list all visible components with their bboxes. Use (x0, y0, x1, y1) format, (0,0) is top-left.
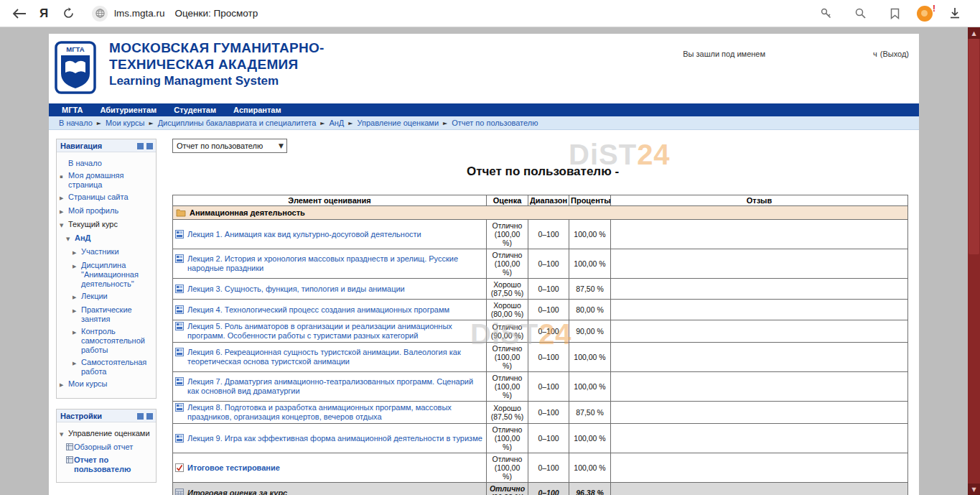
refresh-icon[interactable] (56, 4, 80, 24)
breadcrumb-user-report: Отчет по пользователю (452, 119, 538, 127)
lesson-icon (175, 322, 184, 330)
grade-percent: (100,00 %) (489, 259, 526, 277)
academy-title-line1: МОСКОВСКАЯ ГУМАНИТАРНО- (109, 40, 325, 56)
mgta-logo[interactable]: МГТА (55, 41, 96, 97)
extension-icon[interactable]: ! (917, 6, 933, 22)
percent-value: 87,50 % (569, 402, 611, 424)
grade-item-link[interactable]: Итоговое тестирование (187, 463, 280, 473)
lesson-icon (175, 377, 184, 386)
report-select[interactable]: Отчет по пользователю ▼ (172, 139, 287, 153)
search-icon[interactable] (848, 4, 872, 24)
breadcrumb-my-courses[interactable]: Мои курсы (106, 119, 144, 127)
back-icon[interactable] (7, 4, 32, 24)
chevron-down-icon: ▼ (60, 429, 68, 440)
percent-value: 100,00 % (569, 343, 611, 372)
url-text: lms.mgta.ru (114, 8, 165, 19)
grade-item-link[interactable]: Лекция 3. Сущность, функция, типология и… (187, 284, 405, 294)
navbar-item-mgta[interactable]: МГТА (62, 106, 83, 114)
settings-item-user-report[interactable]: Отчет по пользователю (66, 455, 154, 474)
scroll-down-button[interactable]: ▼ (968, 484, 980, 495)
sidebar-item-independent-work[interactable]: ▶ Самостоятельная работа (73, 358, 154, 376)
settings-block: Настройки ▼ Управление оценками (56, 409, 157, 483)
grade-value: Отлично (489, 251, 526, 259)
category-label: Анимационная деятельность (190, 208, 305, 217)
sidebar-item-my-courses[interactable]: ▶ Мои курсы (60, 379, 154, 390)
grade-percent: (100,00 %) (489, 353, 526, 370)
collapse-block-icon[interactable] (137, 413, 144, 420)
range-value: 0–100 (528, 279, 569, 300)
grade-item-link[interactable]: Лекция 1. Анимация как вид культурно-дос… (187, 230, 421, 239)
address-bar[interactable]: lms.mgta.ru Оценки: Просмотр (92, 6, 258, 22)
globe-icon (92, 6, 108, 22)
grade-value: Хорошо (489, 301, 526, 310)
yandex-icon[interactable]: Я (32, 4, 56, 24)
scrollbar-track[interactable] (968, 39, 980, 484)
collapse-block-icon[interactable] (137, 143, 144, 149)
grade-percent: (100,00 %) (489, 230, 526, 247)
grade-percent: (87,50 %) (489, 289, 526, 297)
grade-percent: (100,00 %) (489, 434, 526, 451)
breadcrumb-grade-admin[interactable]: Управление оценками (357, 119, 439, 127)
grade-item-link[interactable]: Лекция 4. Технологический процесс создан… (187, 305, 449, 315)
grade-item-link[interactable]: Лекция 9. Игра как эффективная форма ани… (187, 434, 482, 443)
sidebar-item-home[interactable]: В начало (60, 159, 154, 168)
navbar-item-abiturientam[interactable]: Абитуриентам (100, 106, 157, 114)
chevron-right-icon: ▶ (73, 292, 81, 302)
table-row: Лекция 1. Анимация как вид культурно-дос… (173, 220, 908, 249)
sidebar-item-practical[interactable]: ▶ Практические занятия (73, 305, 154, 324)
grade-item-link[interactable]: Лекция 7. Драматургия анимационно-театра… (187, 377, 484, 396)
range-value: 0–100 (528, 249, 569, 279)
key-icon[interactable] (813, 4, 838, 24)
sidebar-item-discipline[interactable]: ▶ Дисциплина "Анимационная деятельность" (73, 261, 154, 289)
feedback-cell (611, 320, 908, 343)
navbar-item-studentam[interactable]: Студентам (174, 106, 216, 114)
grade-value: Отлично (489, 344, 526, 353)
settings-item-grade-admin[interactable]: ▼ Управление оценками (60, 429, 154, 440)
navigation-block-title: Навигация (60, 142, 134, 150)
sidebar-item-current-course[interactable]: ▼ Текущий курс (60, 220, 154, 231)
feedback-cell (611, 424, 908, 453)
dock-block-icon[interactable] (146, 143, 153, 149)
report-icon (66, 443, 74, 453)
academy-title: МОСКОВСКАЯ ГУМАНИТАРНО- ТЕХНИЧЕСКАЯ АКАД… (109, 40, 325, 89)
lms-subtitle: Learning Managment System (109, 73, 325, 89)
column-header-grade: Оценка (487, 195, 528, 206)
quiz-icon (175, 463, 184, 472)
column-header-range: Диапазон (528, 195, 569, 206)
breadcrumb-home[interactable]: В начало (59, 119, 93, 127)
chevron-right-icon: ▶ (73, 358, 81, 376)
chevron-right-icon: ▶ (60, 206, 68, 217)
sidebar-item-participants[interactable]: ▶ Участники (73, 247, 154, 258)
site-container: МГТА МОСКОВСКАЯ ГУМАНИТАРНО- ТЕХНИЧЕСКАЯ… (49, 34, 919, 495)
grade-item-link[interactable]: Лекция 6. Рекреационная сущность туристс… (187, 348, 484, 366)
sidebar-item-lectures[interactable]: ▶ Лекции (73, 292, 154, 302)
feedback-cell (611, 402, 908, 424)
scroll-up-button[interactable]: ▲ (968, 27, 980, 39)
navbar-item-aspirantam[interactable]: Аспирантам (233, 106, 281, 114)
settings-item-overview-report[interactable]: Обзорный отчет (66, 443, 154, 453)
grade-item-link[interactable]: Лекция 8. Подготовка и разработка анимац… (187, 403, 484, 422)
grade-item-link[interactable]: Лекция 2. История и хронология массовых … (187, 254, 484, 273)
tab-title: Оценки: Просмотр (175, 8, 258, 19)
grade-item-link[interactable]: Лекция 5. Роль аниматоров в организации … (187, 322, 484, 341)
grade-value: Отлично (489, 323, 526, 331)
logout-link[interactable]: (Выход) (880, 50, 909, 58)
grade-value: Отлично (489, 425, 526, 434)
sidebar-item-and-course[interactable]: ▼ АнД (66, 233, 154, 244)
breadcrumb-course[interactable]: АнД (329, 119, 344, 127)
dock-block-icon[interactable] (146, 413, 153, 420)
report-select-value: Отчет по пользователю (177, 142, 263, 150)
sidebar-item-my-profile[interactable]: ▶ Мой профиль (60, 206, 154, 217)
bookmark-icon[interactable] (882, 4, 907, 24)
range-value: 0–100 (528, 402, 569, 424)
scrollbar-thumb[interactable] (969, 39, 979, 254)
sidebar-item-control[interactable]: ▶ Контроль самостоятельной работы (73, 327, 154, 355)
download-icon[interactable] (943, 4, 967, 24)
breadcrumb-separator: ► (149, 120, 153, 126)
sidebar-item-my-home[interactable]: ▪ Моя домашняя страница (60, 171, 154, 190)
breadcrumb-separator: ► (348, 120, 353, 126)
main-content: Отчет по пользователю ▼ Отчет по пользов… (172, 139, 913, 495)
breadcrumb-disciplines[interactable]: Дисциплины бакалавриата и специалитета (158, 119, 317, 127)
vertical-scrollbar[interactable]: ▲ ▼ (968, 27, 980, 495)
sidebar-item-site-pages[interactable]: ▶ Страницы сайта (60, 193, 154, 203)
